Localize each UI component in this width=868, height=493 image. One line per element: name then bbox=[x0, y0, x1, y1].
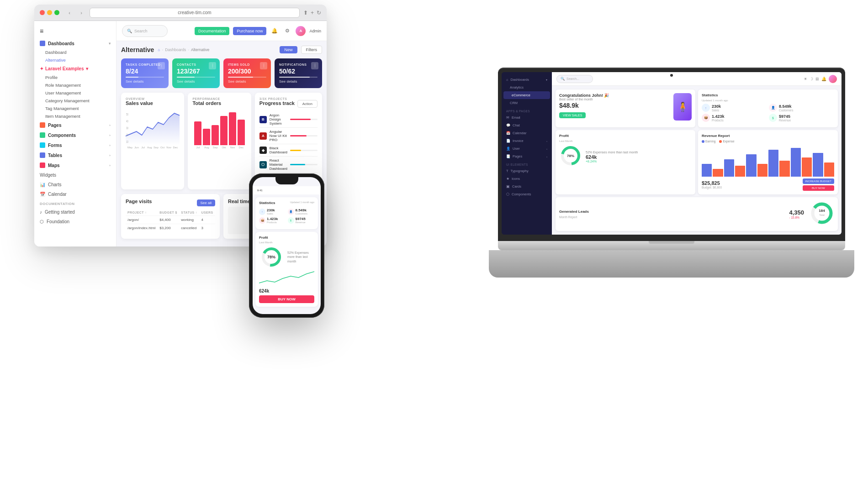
laptop-avatar[interactable] bbox=[829, 75, 837, 83]
sidebar-item-user[interactable]: User Management bbox=[45, 89, 116, 97]
sales-icon: ↑ bbox=[702, 104, 710, 112]
purchase-button[interactable]: Purchase now bbox=[233, 27, 266, 35]
sidebar-item-role[interactable]: Role Management bbox=[45, 81, 116, 89]
orders-chart-months: JulAugSepOktNovDec bbox=[192, 145, 246, 149]
laptop-sidebar-invoice[interactable]: 📄 Invoice › bbox=[502, 137, 552, 145]
hamburger-icon[interactable]: ≡ bbox=[34, 26, 116, 38]
sidebar-item-tables[interactable]: Tables › bbox=[34, 150, 116, 160]
laptop-sidebar-dashboards[interactable]: ⌂ Dashboards ▾ bbox=[502, 76, 552, 84]
filters-button[interactable]: Filters bbox=[301, 46, 323, 54]
laptop-sidebar-user[interactable]: 👤 User › bbox=[502, 145, 552, 152]
phone-updated: Updated 1 month ago bbox=[290, 201, 314, 207]
settings-icon[interactable]: ⚙ bbox=[283, 26, 292, 36]
view-sales-button[interactable]: VIEW SALES bbox=[559, 112, 586, 118]
calendar-icon: 📅 bbox=[40, 192, 45, 197]
leads-stats: 4,350 - 15.8% 184 bbox=[789, 201, 834, 227]
home-icon: ⌂ bbox=[158, 47, 160, 52]
sidebar-item-forms[interactable]: Forms › bbox=[34, 140, 116, 150]
earning-dot bbox=[702, 140, 704, 143]
laptop-sidebar-crm[interactable]: CRM bbox=[502, 99, 552, 107]
orders-chart-card: Performance Total orders bbox=[188, 93, 251, 189]
congrats-text: Congratulations John! 🎉 Best seller of t… bbox=[559, 93, 671, 118]
sidebar-item-charts[interactable]: 📊 Charts bbox=[34, 180, 116, 189]
sidebar-item-category[interactable]: Category Management bbox=[45, 97, 116, 105]
increase-budget-button[interactable]: INCREASE BUDGET bbox=[803, 178, 834, 184]
earning-legend: Earning bbox=[702, 140, 715, 143]
leads-donut: 184 Total bbox=[810, 201, 834, 227]
laptop-sidebar-components[interactable]: ⬡ Components bbox=[502, 190, 552, 198]
share-icon: ⬆ bbox=[303, 10, 308, 16]
phone-buy-now-button[interactable]: BUY NOW bbox=[259, 295, 314, 303]
search-box[interactable]: 🔍 Search bbox=[122, 25, 168, 37]
laptop-sidebar-pages[interactable]: 📑 Pages › bbox=[502, 152, 552, 160]
action-button[interactable]: Action bbox=[297, 100, 318, 108]
see-all-button[interactable]: See all bbox=[197, 199, 215, 206]
table-row: /argon/index.html$3,200cancelled3 bbox=[126, 224, 215, 232]
sidebar-item-maps[interactable]: Maps › bbox=[34, 160, 116, 170]
forward-button[interactable]: › bbox=[77, 8, 86, 17]
svg-text:10: 10 bbox=[126, 140, 128, 143]
laptop-sidebar-calendar[interactable]: 📅 Calendar bbox=[502, 129, 552, 137]
sidebar-item-calendar[interactable]: 📅 Calendar bbox=[34, 189, 116, 199]
new-button[interactable]: New bbox=[280, 46, 297, 53]
sidebar-item-laravel[interactable]: ✦ Laravel Examples ▾ bbox=[34, 64, 116, 73]
laptop-search[interactable]: 🔍 Search... bbox=[556, 75, 593, 83]
buy-now-button[interactable]: BUY NOW bbox=[803, 185, 834, 191]
minimize-traffic-light[interactable] bbox=[47, 10, 52, 15]
breadcrumb-dashboards: Dashboards bbox=[165, 47, 186, 52]
profit-card: Profit Last Month 78% bbox=[556, 130, 695, 194]
back-button[interactable]: ‹ bbox=[65, 8, 74, 17]
phone-sales-icon: ↑ bbox=[259, 209, 265, 215]
laptop-sidebar-chat[interactable]: 💬 Chat bbox=[502, 121, 552, 129]
sidebar-item-components[interactable]: Components › bbox=[34, 130, 116, 140]
sidebar-item-tag[interactable]: Tag Management bbox=[45, 105, 116, 112]
stat-revenue: $ $9745 Revenue bbox=[769, 114, 834, 122]
laptop-content: Congratulations John! 🎉 Best seller of t… bbox=[552, 86, 842, 235]
sidebar-item-item[interactable]: Item Management bbox=[45, 112, 116, 120]
sidebar-item-dashboards[interactable]: Dashboards ▾ bbox=[34, 38, 116, 48]
laravel-submenu: Profile Role Management User Management … bbox=[34, 73, 116, 120]
chevron-icon: › bbox=[546, 147, 547, 150]
sidebar-item-alternative[interactable]: Alternative bbox=[45, 56, 116, 64]
laptop-sidebar-icons[interactable]: ★ Icons bbox=[502, 175, 552, 183]
stat-card-tasks: ⋮ Tasks completed 8/24 See details bbox=[121, 58, 169, 88]
url-text: creative-tim.com bbox=[178, 10, 211, 15]
avatar[interactable]: A bbox=[296, 26, 306, 36]
user-icon: 👤 bbox=[506, 147, 510, 151]
phone: 9:41 Statistics Updated 1 month ago ↑ bbox=[249, 173, 324, 318]
sidebar-item-pages[interactable]: Pages › bbox=[34, 120, 116, 130]
laptop-base bbox=[489, 250, 854, 278]
laptop-sidebar: ⌂ Dashboards ▾ Analytics eCommerce bbox=[502, 72, 552, 235]
url-bar[interactable]: creative-tim.com bbox=[90, 8, 300, 18]
notifications-icon[interactable]: 🔔 bbox=[270, 26, 279, 36]
stat-sales-details: 230k Sales bbox=[712, 104, 721, 112]
page-title: Alternative bbox=[121, 46, 154, 53]
laptop-sidebar-email[interactable]: ✉ Email bbox=[502, 114, 552, 121]
close-traffic-light[interactable] bbox=[40, 10, 45, 15]
stat-products-details: 1.423k Products bbox=[712, 114, 725, 122]
sidebar-item-widgets[interactable]: Widgets bbox=[34, 170, 116, 180]
laptop-sidebar-typography[interactable]: T Typography bbox=[502, 167, 552, 175]
stat-card-items: ⋮ Items sold 200/300 See details bbox=[223, 58, 271, 88]
leads-count: 4,350 - 15.8% bbox=[789, 209, 804, 219]
laptop-sidebar-cards[interactable]: ▣ Cards bbox=[502, 183, 552, 190]
sales-chart-card: Overview Sales value bbox=[121, 93, 184, 189]
revenue-bottom: $25,825 Budget: $6,800 INCREASE BUDGET B… bbox=[702, 178, 834, 191]
sidebar-item-getting-started[interactable]: ♪ Getting started bbox=[34, 207, 116, 217]
fullscreen-traffic-light[interactable] bbox=[54, 10, 59, 15]
progress-item: A Angular Now UI Kit PRO bbox=[259, 128, 318, 144]
leads-header: Generated Leads Month Report 4,350 - 15.… bbox=[559, 201, 834, 227]
documentation-button[interactable]: Documentation bbox=[195, 27, 230, 35]
sidebar-item-dashboard[interactable]: Dashboard bbox=[45, 48, 116, 56]
phone-profit-chart bbox=[259, 269, 314, 288]
apps-section-label: Apps & Pages bbox=[502, 107, 552, 114]
sidebar-item-foundation[interactable]: ⬡ Foundation bbox=[34, 217, 116, 226]
laptop-sidebar-ecommerce[interactable]: eCommerce bbox=[503, 91, 550, 99]
sidebar-item-profile[interactable]: Profile bbox=[45, 73, 116, 81]
breadcrumb-sep1: - bbox=[162, 47, 164, 52]
forms-icon bbox=[40, 142, 45, 148]
chevron-icon: › bbox=[109, 153, 111, 157]
laptop-sidebar-analytics[interactable]: Analytics bbox=[502, 84, 552, 91]
phone-profit-title-area: Profit Last Month bbox=[259, 236, 273, 244]
sidebar: ≡ Dashboards ▾ Dashboard Alternative bbox=[34, 21, 116, 246]
